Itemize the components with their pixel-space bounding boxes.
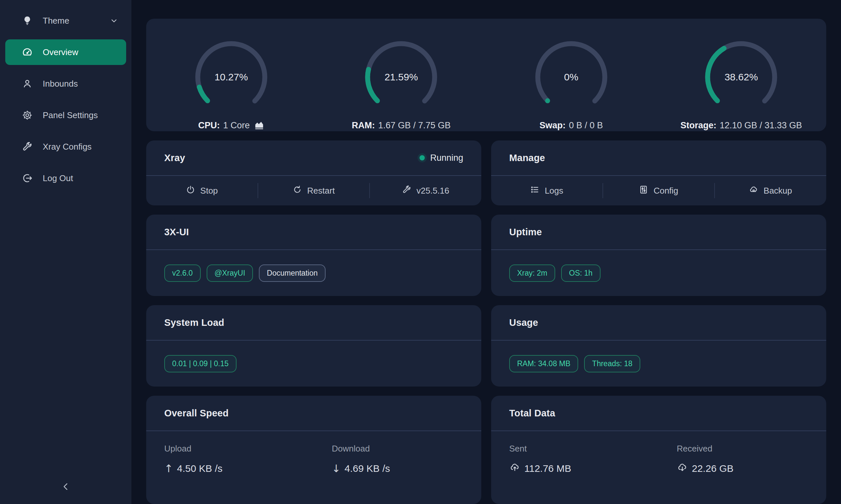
sidebar-item-panel-settings[interactable]: Panel Settings [5, 102, 126, 128]
status-dot-icon [419, 155, 425, 160]
backup-button[interactable]: Backup [715, 176, 826, 205]
storage-percent: 38.62% [702, 38, 780, 116]
xray-status: Running [419, 153, 463, 163]
card-title: Usage [509, 317, 538, 328]
power-icon [186, 185, 195, 197]
xray-uptime-badge: Xray: 2m [509, 265, 555, 282]
sidebar-collapse-button[interactable] [0, 481, 132, 492]
cpu-gauge: 10.27% CPU:1 Core [146, 38, 316, 131]
arrow-up-icon: ↑ [164, 462, 173, 475]
xray-version-button[interactable]: v25.5.16 [370, 176, 481, 205]
bulb-icon [22, 15, 33, 26]
sent-stat: Sent 112.76 MB [491, 444, 659, 504]
sidebar-item-overview[interactable]: Overview [5, 39, 126, 65]
sidebar-item-xray-configs[interactable]: Xray Configs [5, 134, 126, 160]
manage-card: Manage Logs Config Backup [491, 141, 826, 205]
cpu-percent: 10.27% [192, 38, 271, 116]
os-uptime-badge: OS: 1h [561, 265, 601, 282]
sidebar-item-log-out[interactable]: Log Out [5, 165, 126, 191]
logs-button[interactable]: Logs [491, 176, 602, 205]
download-stat: Download ↓ 4.69 KB /s [314, 444, 481, 504]
swap-gauge: 0% Swap:0 B / 0 B [486, 38, 656, 131]
chevron-down-icon [110, 16, 118, 25]
upload-stat: Upload ↑ 4.50 KB /s [146, 444, 314, 504]
cloud-download-icon [677, 462, 688, 474]
card-title: 3X-UI [164, 227, 189, 237]
sidebar-item-label: Overview [43, 47, 78, 57]
sliders-icon [639, 185, 648, 197]
restart-icon [293, 185, 302, 197]
cpu-label: CPU:1 Core [198, 121, 264, 131]
system-gauges-card: 10.27% CPU:1 Core 21.59% RAM:1.67 GB / 7… [146, 19, 826, 131]
usage-card: Usage RAM: 34.08 MB Threads: 18 [491, 305, 826, 386]
cloud-upload-icon [509, 462, 520, 474]
xray-card: Xray Running Stop Restart [146, 141, 481, 205]
version-badge[interactable]: v2.6.0 [164, 265, 201, 282]
received-stat: Received 22.26 GB [659, 444, 826, 504]
status-text: Running [430, 153, 463, 163]
restart-button[interactable]: Restart [258, 176, 370, 205]
logout-icon [22, 173, 33, 184]
stop-button[interactable]: Stop [146, 176, 258, 205]
storage-gauge: 38.62% Storage:12.10 GB / 31.33 GB [656, 38, 826, 131]
sidebar-item-inbounds[interactable]: Inbounds [5, 71, 126, 96]
load-average-badge: 0.01 | 0.09 | 0.15 [164, 355, 237, 373]
ram-gauge: 21.59% RAM:1.67 GB / 7.75 GB [316, 38, 486, 131]
ram-label: RAM:1.67 GB / 7.75 GB [352, 121, 451, 131]
card-title: Overall Speed [164, 408, 229, 419]
sidebar-item-theme[interactable]: Theme [5, 8, 126, 34]
list-icon [530, 185, 539, 197]
sidebar-item-label: Xray Configs [43, 142, 92, 152]
overall-speed-card: Overall Speed Upload ↑ 4.50 KB /s Downlo… [146, 396, 481, 504]
user-icon [22, 78, 33, 89]
system-load-card: System Load 0.01 | 0.09 | 0.15 [146, 305, 481, 386]
card-title: Total Data [509, 408, 555, 419]
card-title: Xray [164, 152, 185, 163]
wrench-icon [22, 141, 33, 152]
swap-percent: 0% [532, 38, 611, 116]
card-title: Uptime [509, 227, 542, 237]
cloud-box-icon [749, 185, 758, 197]
sidebar-item-label: Log Out [43, 173, 73, 183]
card-title: Manage [509, 152, 545, 163]
wrench-icon [402, 185, 411, 197]
threads-badge: Threads: 18 [584, 355, 640, 373]
sidebar-item-label: Inbounds [43, 79, 78, 89]
ram-usage-badge: RAM: 34.08 MB [509, 355, 578, 373]
config-button[interactable]: Config [603, 176, 715, 205]
cpu-chart-icon[interactable] [254, 121, 264, 130]
card-title: System Load [164, 317, 224, 328]
xui-card: 3X-UI v2.6.0 @XrayUI Documentation [146, 215, 481, 296]
sidebar: Theme Overview Inbounds Panel Settings X… [0, 0, 132, 504]
documentation-badge[interactable]: Documentation [259, 265, 326, 282]
speedometer-icon [22, 47, 33, 58]
gear-icon [22, 110, 33, 121]
storage-label: Storage:12.10 GB / 31.33 GB [680, 121, 802, 131]
total-data-card: Total Data Sent 112.76 MB Received 22.26… [491, 396, 826, 504]
xrayui-badge[interactable]: @XrayUI [207, 265, 253, 282]
overview-page: 10.27% CPU:1 Core 21.59% RAM:1.67 GB / 7… [132, 0, 841, 504]
ram-percent: 21.59% [362, 38, 441, 116]
swap-label: Swap:0 B / 0 B [539, 121, 603, 131]
arrow-down-icon: ↓ [332, 462, 341, 475]
sidebar-item-label: Theme [43, 16, 69, 26]
uptime-card: Uptime Xray: 2m OS: 1h [491, 215, 826, 296]
sidebar-item-label: Panel Settings [43, 110, 98, 121]
